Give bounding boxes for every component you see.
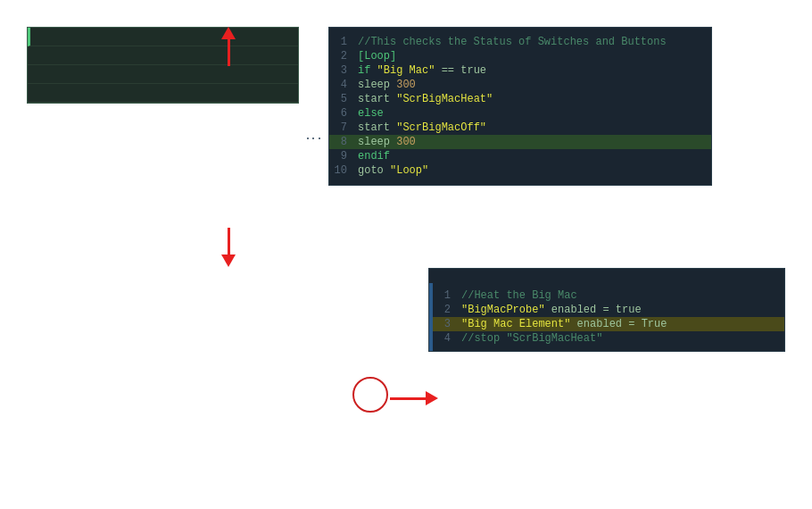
bottom-code-line-4: 4 //stop "ScrBigMacHeat" [433, 331, 784, 346]
code-line-3: 3 if "Big Mac" == true [329, 63, 711, 78]
code-line-6: 6 else [329, 106, 711, 121]
script-row-script1[interactable] [28, 65, 298, 84]
script-row-switcher[interactable] [28, 28, 298, 46]
panel-divider: ⋮ [299, 27, 328, 250]
script-row-bigmacoff[interactable] [28, 84, 298, 103]
red-arrow-up-top [221, 27, 236, 66]
top-code-editor: 1 //This checks the Status of Switches a… [328, 27, 712, 186]
code-line-5: 5 start "ScrBigMacHeat" [329, 92, 711, 106]
bottom-code-panel: 1 //Heat the Big Mac 2 "BigMacProbe" ena… [428, 268, 785, 352]
code-line-2: 2 [Loop] [329, 49, 711, 63]
code-line-10: 10 goto "Loop" [329, 163, 711, 178]
code-line-4: 4 sleep 300 [329, 78, 711, 92]
bottom-code-line-3: 3 "Big Mac Element" enabled = True [433, 317, 784, 331]
code-line-7: 7 start "ScrBigMacOff" [329, 121, 711, 135]
script-row-bigmacheat[interactable] [28, 46, 298, 65]
code-line-1: 1 //This checks the Status of Switches a… [329, 35, 711, 49]
red-arrow-down-bottom [221, 228, 236, 267]
horizontal-arrow [390, 391, 438, 405]
bottom-code-line-1: 1 //Heat the Big Mac [433, 288, 784, 303]
code-line-9: 9 endif [329, 149, 711, 163]
bottom-panel-title [429, 269, 784, 283]
script-list-panel [27, 27, 299, 104]
code-line-8: 8 sleep 300 [329, 135, 711, 149]
question-circle[interactable] [352, 377, 388, 413]
bottom-code-line-2: 2 "BigMacProbe" enabled = true [433, 303, 784, 317]
